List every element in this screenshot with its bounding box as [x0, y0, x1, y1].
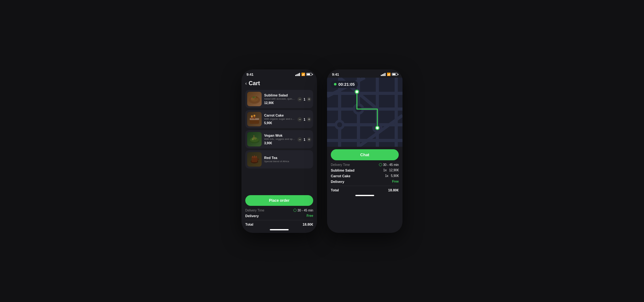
item-name-salad: Sublime Salad: [264, 93, 295, 97]
order-item-qty-salad: 1x: [383, 168, 387, 172]
tracking-clock-icon: [379, 163, 382, 166]
cart-items-list: Sublime Salad Salad with avocado, quince…: [245, 90, 313, 193]
total-row: Total 18.80€: [245, 222, 313, 227]
tracking-delivery-time-row: Delivery Time 30 - 45 min: [331, 162, 399, 167]
svg-point-3: [251, 97, 258, 102]
order-item-name-cake: Carrot Cake: [331, 174, 350, 178]
svg-point-41: [337, 122, 342, 127]
order-item-row-cake: Carrot Cake 1x 5,90€: [331, 173, 399, 179]
item-desc-cake: With organic sugar and carrots: [264, 118, 295, 120]
item-price-wok: 3,90€: [264, 141, 295, 145]
cart-item-sublime-salad: Sublime Salad Salad with avocado, quince…: [245, 90, 313, 108]
item-price-cake: 5,90€: [264, 121, 295, 125]
status-bar-cart: 9:41 📶: [242, 69, 317, 78]
cart-header: ‹ Cart: [245, 78, 313, 90]
cart-item-red-tea: Red Tea Special blend of Africa: [245, 150, 313, 168]
item-qty-salad: − 1 +: [297, 97, 311, 102]
battery-icon-tracking: [392, 73, 397, 76]
cart-item-carrot-cake: Carrot Cake With organic sugar and carro…: [245, 110, 313, 128]
delivery-value: Free: [307, 214, 313, 217]
item-info-tea: Red Tea Special blend of Africa: [264, 156, 311, 163]
item-image-tea: [247, 152, 262, 167]
order-item-row-salad: Sublime Salad 1x 12,90€: [331, 167, 399, 173]
map-svg: [327, 78, 402, 147]
item-name-cake: Carrot Cake: [264, 113, 295, 117]
item-desc-salad: Salad with avocado, quince, fresh veggie…: [264, 97, 295, 100]
clock-icon: [293, 209, 297, 212]
wifi-icon: 📶: [301, 73, 305, 76]
tracking-delivery-time-label: Delivery Time: [331, 163, 350, 167]
timer-badge: 00:21:05: [331, 81, 358, 88]
timer-dot: [334, 83, 336, 85]
item-info-cake: Carrot Cake With organic sugar and carro…: [264, 113, 295, 125]
status-time-tracking: 9:41: [332, 73, 339, 76]
item-image-cake: [247, 112, 262, 126]
item-name-tea: Red Tea: [264, 156, 311, 160]
status-bar-tracking: 9:41 📶: [327, 69, 402, 78]
increase-wok[interactable]: +: [307, 137, 311, 142]
home-indicator-cart: [270, 229, 289, 230]
cart-phone: 9:41 📶 ‹ Cart: [242, 69, 317, 233]
item-desc-tea: Special blend of Africa: [264, 160, 311, 163]
tracking-delivery-row: Delivery Free: [331, 179, 399, 184]
total-label: Total: [245, 222, 253, 226]
svg-rect-22: [252, 156, 253, 157]
cart-item-vegan-wok: Vegan Wok With tofu, veggies and special…: [245, 130, 313, 148]
chat-button[interactable]: Chat: [331, 149, 399, 160]
tracking-total-row: Total 18.80€: [331, 187, 399, 193]
status-time-cart: 9:41: [247, 73, 253, 76]
tracking-total-label: Total: [331, 188, 339, 192]
increase-salad[interactable]: +: [307, 97, 311, 102]
order-item-qty-cake: 1x: [385, 174, 388, 178]
total-divider: [245, 220, 313, 220]
signal-icon-tracking: [381, 73, 386, 76]
svg-point-44: [356, 91, 358, 93]
status-icons-tracking: 📶: [381, 73, 397, 76]
item-image-wok: [247, 132, 262, 146]
tracking-total-divider: [331, 186, 399, 186]
decrease-wok[interactable]: −: [297, 137, 302, 142]
status-icons-cart: 📶: [295, 73, 312, 76]
item-name-wok: Vegan Wok: [264, 134, 295, 137]
tracking-delivery-time-value: 30 - 45 min: [379, 163, 399, 167]
back-button[interactable]: ‹: [245, 81, 247, 86]
delivery-time-value: 30 - 45 min: [293, 209, 313, 212]
svg-rect-17: [253, 135, 254, 139]
delivery-time-label: Delivery Time: [245, 209, 264, 212]
tracking-phone: 9:41 📶: [327, 69, 402, 233]
order-item-price-salad: 12,90€: [389, 168, 399, 172]
tracking-total-value: 18.80€: [388, 188, 399, 192]
decrease-cake[interactable]: −: [297, 117, 302, 122]
place-order-button[interactable]: Place order: [245, 195, 313, 206]
item-info-wok: Vegan Wok With tofu, veggies and special…: [264, 134, 295, 145]
map-area: 00:21:05: [327, 78, 402, 147]
delivery-label: Delivery: [245, 214, 259, 218]
battery-icon: [306, 73, 312, 76]
qty-value-salad: 1: [303, 98, 305, 101]
increase-cake[interactable]: +: [307, 117, 311, 122]
qty-value-wok: 1: [303, 138, 305, 141]
tracking-content: Chat Delivery Time 30 - 45 min Sublime S…: [327, 147, 402, 233]
item-qty-cake: − 1 +: [297, 117, 311, 122]
svg-point-46: [376, 127, 379, 129]
order-item-price-cake: 5,90€: [391, 174, 399, 178]
svg-point-10: [251, 115, 253, 117]
item-image-salad: [247, 92, 262, 106]
tracking-delivery-value: Free: [392, 180, 399, 183]
svg-point-5: [255, 96, 256, 98]
svg-point-11: [253, 115, 255, 117]
total-value: 18.80€: [303, 222, 313, 226]
qty-value-cake: 1: [303, 118, 305, 121]
cart-title: Cart: [249, 80, 260, 87]
timer-value: 00:21:05: [338, 82, 355, 87]
home-indicator-tracking: [355, 195, 374, 196]
item-qty-wok: − 1 +: [297, 137, 311, 142]
item-info-salad: Sublime Salad Salad with avocado, quince…: [264, 93, 295, 105]
svg-point-4: [253, 96, 254, 98]
order-item-name-salad: Sublime Salad: [331, 168, 354, 172]
svg-rect-20: [257, 158, 259, 160]
wifi-icon-tracking: 📶: [387, 73, 391, 76]
item-desc-wok: With tofu, veggies and special sauce: [264, 138, 295, 140]
decrease-salad[interactable]: −: [297, 97, 302, 102]
svg-rect-23: [254, 155, 255, 157]
